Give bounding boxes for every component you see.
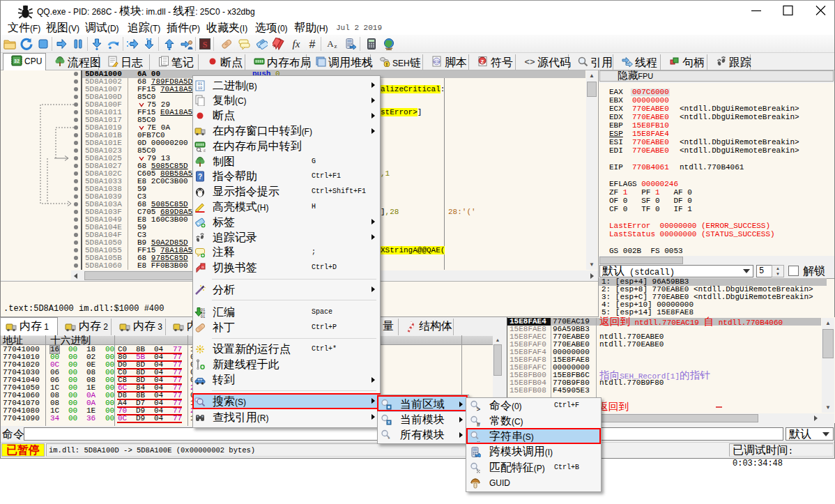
- svg-text:S: S: [203, 40, 208, 49]
- svg-text:#: #: [309, 38, 316, 50]
- svg-text:01: 01: [201, 314, 206, 318]
- svg-text:*: *: [388, 436, 390, 441]
- svg-text:10: 10: [198, 86, 203, 91]
- svg-text:z: z: [481, 58, 484, 65]
- svg-text:>: >: [477, 405, 480, 411]
- svg-text:A: A: [327, 38, 334, 49]
- svg-text:@: @: [204, 148, 206, 152]
- svg-text:<>: <>: [434, 59, 441, 65]
- svg-text:z: z: [335, 43, 337, 49]
- svg-text:!: !: [386, 62, 388, 67]
- svg-text:?: ?: [198, 173, 202, 181]
- svg-text:#: #: [477, 421, 480, 427]
- svg-text:n: n: [201, 265, 204, 269]
- svg-text:<>: <>: [524, 56, 535, 67]
- svg-text:32: 32: [14, 59, 20, 63]
- svg-text:fx: fx: [293, 38, 300, 49]
